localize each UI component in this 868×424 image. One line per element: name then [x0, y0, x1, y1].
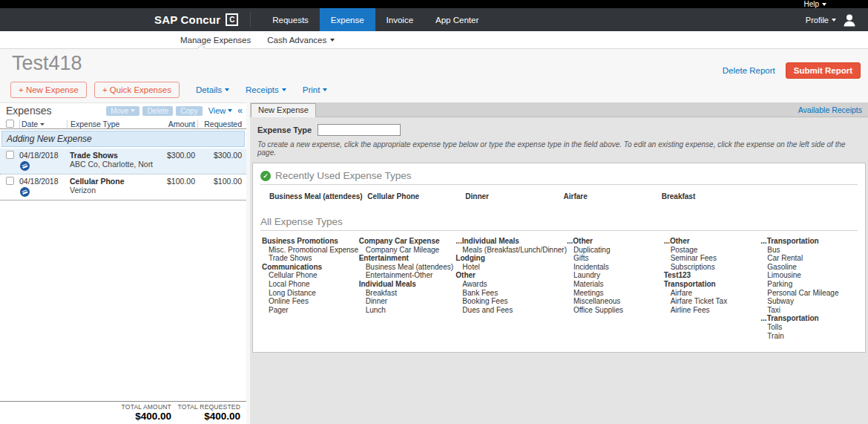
- divider: [250, 12, 251, 27]
- expense-type-column: ...Individual MealsMeals (Breakfast/Lunc…: [456, 237, 567, 314]
- print-dropdown[interactable]: Print: [303, 85, 328, 94]
- expense-type-item[interactable]: Postage: [664, 246, 761, 255]
- select-all-checkbox[interactable]: [6, 120, 14, 128]
- chevron-down-icon: [225, 88, 229, 91]
- column-amount[interactable]: Amount: [153, 120, 197, 128]
- expense-type-item[interactable]: Misc. Promotional Expense: [262, 246, 359, 255]
- expense-type-item[interactable]: Dues and Fees: [456, 306, 567, 315]
- expense-type-item[interactable]: Long Distance: [262, 289, 359, 298]
- expense-type-item[interactable]: Meals (Breakfast/Lunch/Dinner): [456, 246, 567, 255]
- expense-type-item[interactable]: Breakfast: [359, 289, 456, 298]
- new-expense-button[interactable]: + New Expense: [10, 82, 87, 98]
- expense-type-item[interactable]: Local Phone: [262, 280, 359, 289]
- receipts-dropdown[interactable]: Receipts: [246, 85, 286, 94]
- expense-row-trade-shows[interactable]: 04/18/2018 Trade Shows ABC Co, Charlotte…: [0, 149, 246, 175]
- total-amount-value: $400.00: [90, 411, 171, 422]
- expense-type-item[interactable]: Subscriptions: [664, 263, 761, 272]
- expense-type-input[interactable]: [318, 124, 401, 136]
- card-transaction-icon[interactable]: [20, 161, 30, 171]
- main-content: Expenses Move Delete Copy View « Date Ex…: [0, 102, 868, 424]
- adding-new-expense-banner: Adding New Expense: [1, 131, 245, 147]
- subnav-cash-advances[interactable]: Cash Advances: [267, 36, 335, 45]
- expense-type-item[interactable]: Company Car Mileage: [359, 246, 456, 255]
- recent-expense-type[interactable]: Airfare: [564, 192, 662, 200]
- profile-menu[interactable]: Profile: [806, 16, 836, 25]
- new-expense-panel: New Expense Available Receipts Expense T…: [250, 102, 868, 424]
- expense-type-category: ...Transportation: [760, 314, 858, 323]
- delete-button[interactable]: Delete: [142, 106, 173, 116]
- expense-type-item[interactable]: Cellular Phone: [262, 271, 359, 280]
- expense-type-item[interactable]: Booking Fees: [456, 297, 567, 306]
- expense-type-item[interactable]: Pager: [262, 306, 359, 315]
- column-requested[interactable]: Requested: [197, 120, 246, 128]
- copy-button[interactable]: Copy: [176, 106, 202, 116]
- expense-type-item[interactable]: Gifts: [567, 254, 664, 263]
- expense-type-item[interactable]: Tolls: [760, 323, 858, 332]
- expense-type-item[interactable]: Entertainment-Other: [359, 271, 456, 280]
- expense-type-item[interactable]: Car Rental: [760, 254, 858, 263]
- expense-type-column: Business PromotionsMisc. Promotional Exp…: [262, 237, 359, 314]
- avatar-icon[interactable]: [841, 12, 858, 28]
- delete-report-button[interactable]: Delete Report: [723, 66, 775, 75]
- expense-type-item[interactable]: Airline Fees: [664, 306, 761, 315]
- expense-type-item[interactable]: Laundry: [567, 271, 664, 280]
- expense-type-item[interactable]: Incidentals: [567, 263, 664, 272]
- expense-type-item[interactable]: Awards: [456, 280, 567, 289]
- available-receipts-link[interactable]: Available Receipts: [798, 105, 862, 114]
- recent-expense-type[interactable]: Dinner: [465, 192, 563, 200]
- quick-expenses-button[interactable]: + Quick Expenses: [94, 82, 180, 98]
- expense-requested: $300.00: [197, 151, 246, 172]
- chevron-down-icon: [282, 88, 286, 91]
- expense-type-item[interactable]: Parking: [760, 280, 858, 289]
- top-bar-right: Profile: [806, 8, 868, 31]
- row-checkbox[interactable]: [6, 151, 14, 159]
- column-date[interactable]: Date: [19, 120, 67, 128]
- column-expense-type[interactable]: Expense Type: [67, 120, 153, 128]
- receipts-label: Receipts: [246, 85, 279, 94]
- expense-type-item[interactable]: Train: [760, 332, 858, 341]
- card-transaction-icon[interactable]: [20, 187, 30, 197]
- secondary-nav: Manage Expenses Cash Advances: [0, 31, 868, 49]
- expense-type-item[interactable]: Office Supplies: [567, 306, 664, 315]
- expense-type-item[interactable]: Bank Fees: [456, 289, 567, 298]
- tab-invoice[interactable]: Invoice: [375, 8, 424, 31]
- expense-type-item[interactable]: Lunch: [359, 306, 456, 315]
- details-dropdown[interactable]: Details: [196, 85, 229, 94]
- collapse-panel-icon[interactable]: «: [237, 105, 243, 116]
- expenses-panel: Expenses Move Delete Copy View « Date Ex…: [0, 102, 246, 424]
- expense-type-item[interactable]: Taxi: [760, 306, 858, 315]
- expense-type-item[interactable]: Trade Shows: [262, 254, 359, 263]
- expense-type-item[interactable]: Dinner: [359, 297, 456, 306]
- recent-expense-type[interactable]: Cellular Phone: [367, 192, 465, 200]
- expense-row-cellular-phone[interactable]: 04/18/2018 Cellular Phone Verizon $100.0…: [0, 175, 246, 200]
- expense-type-item[interactable]: Meetings: [567, 289, 664, 298]
- move-button[interactable]: Move: [106, 106, 139, 116]
- help-menu[interactable]: Help: [803, 0, 826, 8]
- submit-report-button[interactable]: Submit Report: [786, 62, 861, 79]
- expense-type-item[interactable]: Personal Car Mileage: [760, 289, 858, 298]
- report-toolbar: + New Expense + Quick Expenses Details R…: [10, 82, 327, 98]
- subnav-manage-expenses[interactable]: Manage Expenses: [180, 36, 251, 45]
- view-dropdown[interactable]: View: [208, 106, 233, 115]
- expense-type-item[interactable]: Hotel: [456, 263, 567, 272]
- expense-type-item[interactable]: Airfare: [664, 289, 761, 298]
- recent-expense-type[interactable]: Breakfast: [662, 192, 760, 200]
- expense-type-item[interactable]: Duplicating: [567, 246, 664, 255]
- expense-type-item[interactable]: Bus: [760, 246, 858, 255]
- chevron-down-icon: [330, 39, 335, 42]
- expense-type-item[interactable]: Materials: [567, 280, 664, 289]
- expense-type-item[interactable]: Online Fees: [262, 297, 359, 306]
- tab-requests[interactable]: Requests: [261, 8, 320, 31]
- expense-type-item[interactable]: Business Meal (attendees): [359, 263, 456, 272]
- recent-expense-type[interactable]: Business Meal (attendees): [269, 192, 367, 200]
- tab-app-center[interactable]: App Center: [424, 8, 490, 31]
- expense-type-item[interactable]: Seminar Fees: [664, 254, 761, 263]
- expense-type-item[interactable]: Gasoline: [760, 263, 858, 272]
- tab-new-expense[interactable]: New Expense: [251, 103, 316, 117]
- expense-type-item[interactable]: Subway: [760, 297, 858, 306]
- expense-type-item[interactable]: Limousine: [760, 271, 858, 280]
- row-checkbox[interactable]: [6, 177, 14, 185]
- expense-type-item[interactable]: Miscellaneous: [567, 297, 664, 306]
- expense-type-item[interactable]: Airfare Ticket Tax: [664, 297, 761, 306]
- tab-expense[interactable]: Expense: [320, 8, 375, 31]
